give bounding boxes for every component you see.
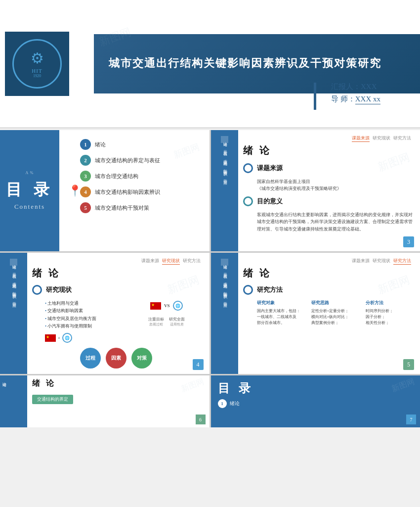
sidebar-c-factors[interactable]: 影响因素辨识 — [10, 286, 17, 295]
advisor-label: 导 师：XXX xx — [331, 94, 380, 104]
toc-item-1: 1 绪论 — [80, 139, 205, 150]
toc-text-3: 城市合理交通结构 — [95, 173, 138, 180]
method-col-1: 研究对象 国内主要大城市，包括：一线城市、二线城市及部分百余城市。 — [257, 300, 307, 326]
sidebar-d-rational[interactable]: 合理交通结构 — [221, 276, 228, 285]
method-col-body-1: 国内主要大城市，包括：一线城市、二线城市及部分百余城市。 — [257, 308, 307, 326]
sidebar-d-define[interactable]: 界定与表征 — [221, 267, 228, 275]
compare-label-2: 研究全面 — [169, 317, 185, 322]
section2-body: 客观城市交通出行结构主要影响因素，进而揭示交通结构的变化规律，并实现对城市交通结… — [243, 211, 417, 232]
toc-list: 1 绪论 2 城市交通结构的界定与表征 3 城市合理交通结构 4 城市交通结构影… — [80, 139, 205, 213]
circle-icon-c — [32, 285, 42, 295]
section2-header: 目的意义 — [243, 196, 417, 206]
toc-num-5: 5 — [80, 202, 91, 213]
method-col-body-3: 时间序列分析；因子分析；相关性分析； — [366, 308, 416, 326]
page-num-b: 3 — [403, 236, 414, 247]
sidebar-policy[interactable]: 干预对策 — [221, 173, 228, 181]
bottom-left-sidebar: 绪论 — [0, 375, 27, 427]
bullet-4: 小汽车拥有与使用限制 — [45, 323, 123, 330]
section-c-header: 研究现状 — [32, 285, 206, 295]
slide-research-status: 绪论 界定与表征 合理交通结构 影响因素辨识 干预对策 课题来源 研究现状 研究… — [0, 253, 210, 374]
section-d-title: 研究方法 — [257, 285, 283, 294]
method-col-title-3: 分析方法 — [366, 300, 416, 306]
bottom-right-heading: 目 录 — [218, 380, 414, 396]
nav-d-source[interactable]: 课题来源 — [352, 258, 370, 265]
toc-item-2: 2 城市交通结构的界定与表征 — [80, 155, 205, 166]
sidebar-factors[interactable]: 影响因素辨识 — [221, 163, 228, 172]
page-num-d: 5 — [403, 359, 414, 370]
slide-c-sidebar: 绪论 界定与表征 合理交通结构 影响因素辨识 干预对策 — [0, 253, 27, 374]
sidebar-d-policy[interactable]: 干预对策 — [221, 296, 228, 304]
toc-num-1: 1 — [80, 139, 91, 150]
gear-icon: ⚙ — [31, 49, 44, 67]
un-logo: 🌐 — [62, 333, 72, 343]
section2-title: 目的意义 — [257, 197, 283, 206]
slide-b-heading: 绪 论 — [243, 144, 417, 160]
sidebar-c-rational[interactable]: 合理交通结构 — [10, 276, 17, 285]
section1-title: 课题来源 — [257, 164, 283, 173]
main-title: 城市交通出行结构关键影响因素辨识及干预对策研究 — [109, 56, 381, 71]
sidebar-c-policy[interactable]: 干预对策 — [10, 296, 17, 304]
logo-hit-text: HIT — [32, 68, 42, 74]
slide-d-nav: 课题来源 研究现状 研究方法 — [243, 256, 417, 267]
sidebar-c-define[interactable]: 界定与表征 — [10, 267, 17, 275]
slide-c-content: 课题来源 研究现状 研究方法 绪 论 研究现状 土地利用与交通 交通结构影响因素… — [0, 253, 210, 372]
page-num-c: 4 — [193, 359, 204, 370]
contents-a-label: A % — [26, 171, 34, 175]
nav-c-method[interactable]: 研究方法 — [183, 258, 201, 265]
slide-b-content: 课题来源 研究现状 研究方法 绪 论 课题来源 国家自然科学基金面上项目 《城市… — [211, 130, 420, 240]
logo-circle: ⚙ HIT 1920 — [12, 39, 62, 89]
compare-col-1: 注重目标 忽视过程 — [148, 317, 164, 327]
bullet-1: 土地利用与交通 — [45, 300, 123, 307]
cn-flag-2 — [150, 302, 161, 310]
plus-sign: + — [58, 336, 60, 340]
research-status-body: 土地利用与交通 交通结构影响因素 城市空间及居住均衡方面 小汽车拥有与使用限制 … — [32, 300, 206, 343]
nav-method[interactable]: 研究方法 — [393, 135, 411, 142]
btn-factor[interactable]: 因素 — [106, 348, 126, 369]
toc-num-3: 3 — [80, 171, 91, 182]
sidebar-rational[interactable]: 合理交通结构 — [221, 153, 228, 162]
toc-text-5: 城市交通结构干预对策 — [95, 204, 149, 212]
compare-row: 注重目标 忽视过程 研究全面 适用性差 — [148, 317, 185, 327]
toc-text-1: 绪论 — [95, 141, 106, 148]
slide-c-heading: 绪 论 — [32, 267, 206, 282]
slides-grid: A % 目 录 Contents 📍 1 绪论 2 城市交通结构的界定与表征 3 — [0, 130, 420, 375]
slide-contents-block: A % 目 录 Contents 📍 1 绪论 2 城市交通结构的界定与表征 3 — [0, 130, 210, 251]
presenter-info: 汇报人：XXX 导 师：XXX xx — [331, 82, 380, 107]
vs-label: VS — [164, 303, 170, 308]
accent-bar — [314, 83, 316, 110]
method-col-3: 分析方法 时间序列分析；因子分析；相关性分析； — [366, 300, 416, 326]
title-slide: ⚙ HIT 1920 城市交通出行结构关键影响因素辨识及干预对策研究 汇报人：X… — [0, 0, 420, 129]
logo-area: ⚙ HIT 1920 — [5, 32, 69, 96]
sidebar-d-factors[interactable]: 影响因素辨识 — [221, 286, 228, 295]
method-col-title-2: 研究思路 — [311, 300, 362, 306]
sidebar-c-intro[interactable]: 绪论 — [10, 259, 17, 266]
sidebar-intro[interactable]: 绪论 — [221, 136, 228, 143]
nav-status[interactable]: 研究现状 — [373, 135, 390, 142]
slide-d-sidebar: 绪论 界定与表征 合理交通结构 影响因素辨识 干预对策 — [211, 253, 238, 374]
circle-buttons-row: 过程 因素 对策 — [32, 348, 206, 369]
presenter-label: 汇报人：XXX — [331, 82, 380, 92]
nav-source[interactable]: 课题来源 — [352, 135, 370, 142]
cn-flag — [45, 334, 56, 342]
btn-process[interactable]: 过程 — [80, 348, 101, 369]
bottom-sidebar-label: 绪论 — [0, 375, 7, 383]
nav-d-method[interactable]: 研究方法 — [393, 258, 411, 265]
toc-item-4: 4 城市交通结构影响因素辨识 — [80, 186, 205, 197]
slide-research-methods: 绪论 界定与表征 合理交通结构 影响因素辨识 干预对策 课题来源 研究现状 研究… — [211, 253, 420, 374]
slide-bottom-right: 目 录 1 绪论 7 新图网 — [211, 375, 420, 427]
slides-bottom-row: 绪论 绪 论 交通结构的界定 6 新图网 目 录 1 绪论 7 新图网 — [0, 375, 420, 427]
toc-num-4: 4 — [80, 186, 91, 197]
contents-panel: A % 目 录 Contents — [0, 130, 59, 251]
slide-intro-source: 绪论 界定与表征 合理交通结构 影响因素辨识 干预对策 课题来源 研究现状 研究… — [211, 130, 420, 251]
research-bullets: 土地利用与交通 交通结构影响因素 城市空间及居住均衡方面 小汽车拥有与使用限制 — [45, 300, 123, 330]
btn-policy[interactable]: 对策 — [131, 348, 152, 369]
sidebar-define[interactable]: 界定与表征 — [221, 144, 228, 152]
slide-b-nav: 课题来源 研究现状 研究方法 — [243, 133, 417, 144]
sidebar-d-intro[interactable]: 绪论 — [221, 259, 228, 266]
nav-c-source[interactable]: 课题来源 — [141, 258, 159, 265]
nav-d-status[interactable]: 研究现状 — [373, 258, 390, 265]
toc-item-3: 3 城市合理交通结构 — [80, 171, 205, 182]
toc-num-2: 2 — [80, 155, 91, 166]
slide-b-sidebar: 绪论 界定与表征 合理交通结构 影响因素辨识 干预对策 — [211, 130, 238, 251]
nav-c-status[interactable]: 研究现状 — [162, 258, 180, 265]
